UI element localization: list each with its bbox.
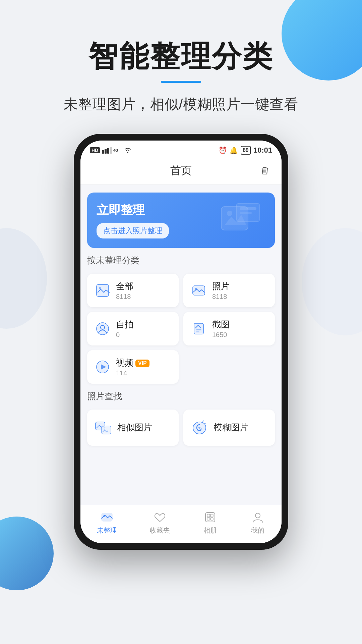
phone-wrapper: HD 4G [0, 134, 362, 550]
time-display: 10:01 [253, 146, 272, 155]
category-photos-name: 照片 [212, 280, 230, 292]
svg-rect-27 [205, 513, 215, 522]
svg-rect-2 [107, 148, 109, 154]
svg-text:4G: 4G [113, 148, 118, 152]
svg-rect-18 [196, 329, 201, 330]
screenshot-icon [191, 321, 207, 337]
category-selfie-count: 0 [116, 331, 133, 339]
category-video-name: 视频VIP [116, 357, 149, 369]
blurry-icon [191, 419, 208, 436]
video-icon [95, 359, 111, 375]
unorganized-icon [100, 510, 114, 525]
find-blurry[interactable]: 模糊图片 [183, 410, 275, 446]
nav-favorites[interactable]: 收藏夹 [150, 510, 170, 535]
similar-icon [95, 419, 112, 436]
status-bar: HD 4G [80, 141, 282, 157]
nav-unorganized[interactable]: 未整理 [97, 510, 117, 535]
svg-rect-17 [194, 323, 203, 334]
category-screenshot-name: 截图 [212, 319, 230, 330]
svg-rect-10 [240, 212, 252, 214]
nav-album-label: 相册 [203, 526, 217, 535]
svg-point-12 [99, 287, 101, 289]
category-all-name: 全部 [116, 280, 133, 292]
category-photos[interactable]: 照片 8118 [183, 274, 275, 307]
svg-rect-13 [193, 286, 205, 295]
bottom-nav: 未整理 收藏夹 [80, 505, 282, 543]
svg-point-24 [198, 427, 200, 429]
page-header: 智能整理分类 未整理图片，相似/模糊照片一键查看 [0, 0, 362, 114]
svg-point-7 [227, 211, 232, 216]
bell-icon: 🔔 [230, 146, 238, 154]
wifi-icon [124, 147, 131, 153]
category-screenshot-info: 截图 1650 [212, 319, 230, 339]
svg-rect-31 [210, 518, 213, 520]
all-icon [95, 282, 111, 299]
category-selfie-info: 自拍 0 [116, 319, 133, 339]
app-content: 立即整理 点击进入照片整理 [80, 184, 282, 505]
svg-point-32 [255, 513, 260, 518]
category-photos-count: 8118 [212, 293, 230, 301]
album-icon [203, 510, 218, 525]
svg-rect-1 [105, 149, 107, 154]
section1-label: 按未整理分类 [87, 255, 275, 266]
find-similar[interactable]: 相似图片 [87, 410, 179, 446]
category-all[interactable]: 全部 8118 [87, 274, 179, 307]
category-selfie[interactable]: 自拍 0 [87, 312, 179, 345]
section2-label: 照片查找 [87, 390, 275, 402]
nav-mine[interactable]: 我的 [250, 510, 265, 535]
banner-button[interactable]: 点击进入照片整理 [97, 223, 169, 238]
status-left: HD 4G [90, 147, 131, 154]
category-photos-info: 照片 8118 [212, 280, 230, 301]
svg-rect-23 [102, 426, 111, 434]
category-video[interactable]: 视频VIP 114 [87, 350, 179, 384]
svg-point-14 [195, 288, 197, 290]
nav-mine-label: 我的 [251, 526, 264, 535]
category-video-count: 114 [116, 369, 149, 377]
hd-badge: HD [90, 147, 100, 153]
svg-point-5 [127, 152, 128, 153]
svg-rect-3 [110, 147, 112, 154]
banner[interactable]: 立即整理 点击进入照片整理 [87, 193, 275, 248]
svg-point-26 [103, 515, 105, 517]
svg-rect-29 [210, 514, 213, 517]
signal-icons: 4G [102, 147, 122, 154]
category-all-count: 8118 [116, 293, 133, 301]
alarm-icon: ⏰ [219, 146, 227, 154]
vip-badge: VIP [135, 360, 149, 367]
category-screenshot[interactable]: 截图 1650 [183, 312, 275, 345]
favorites-icon [153, 510, 167, 525]
app-header: 首页 [80, 157, 282, 184]
category-grid: 全部 8118 [87, 274, 275, 384]
banner-title: 立即整理 [97, 202, 169, 218]
svg-rect-9 [240, 207, 256, 210]
mine-icon [250, 510, 265, 525]
svg-rect-30 [207, 518, 210, 520]
nav-unorganized-label: 未整理 [97, 526, 117, 535]
find-similar-name: 相似图片 [117, 422, 152, 433]
nav-album[interactable]: 相册 [203, 510, 218, 535]
photos-icon [191, 282, 207, 299]
nav-favorites-label: 收藏夹 [150, 526, 170, 535]
banner-left: 立即整理 点击进入照片整理 [97, 202, 169, 238]
category-video-info: 视频VIP 114 [116, 357, 149, 377]
svg-rect-0 [102, 150, 104, 154]
category-all-info: 全部 8118 [116, 280, 133, 301]
title-underline [161, 81, 201, 83]
selfie-icon [95, 321, 111, 337]
category-screenshot-count: 1650 [212, 331, 230, 339]
find-grid: 相似图片 模糊图片 [87, 410, 275, 446]
phone-frame: HD 4G [74, 134, 288, 550]
phone-screen: HD 4G [80, 141, 282, 543]
svg-rect-19 [196, 331, 199, 332]
status-right: ⏰ 🔔 89 10:01 [219, 146, 272, 155]
battery-level: 89 [241, 146, 251, 155]
svg-rect-28 [207, 514, 210, 517]
trash-button[interactable] [259, 165, 271, 177]
banner-decoration [218, 200, 268, 240]
sub-title: 未整理图片，相似/模糊照片一键查看 [0, 95, 362, 114]
category-selfie-name: 自拍 [116, 319, 133, 330]
app-header-title: 首页 [170, 163, 192, 178]
main-title: 智能整理分类 [0, 40, 362, 73]
find-blurry-name: 模糊图片 [214, 422, 248, 433]
